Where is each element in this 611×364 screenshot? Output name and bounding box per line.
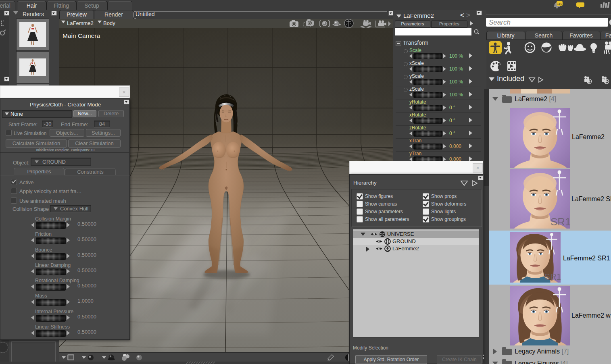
svg-text:SR1: SR1 <box>544 272 561 282</box>
svg-text:110: 110 <box>557 2 562 6</box>
svg-text:Main Camera: Main Camera <box>63 32 100 39</box>
svg-text:SR1: SR1 <box>551 216 570 228</box>
